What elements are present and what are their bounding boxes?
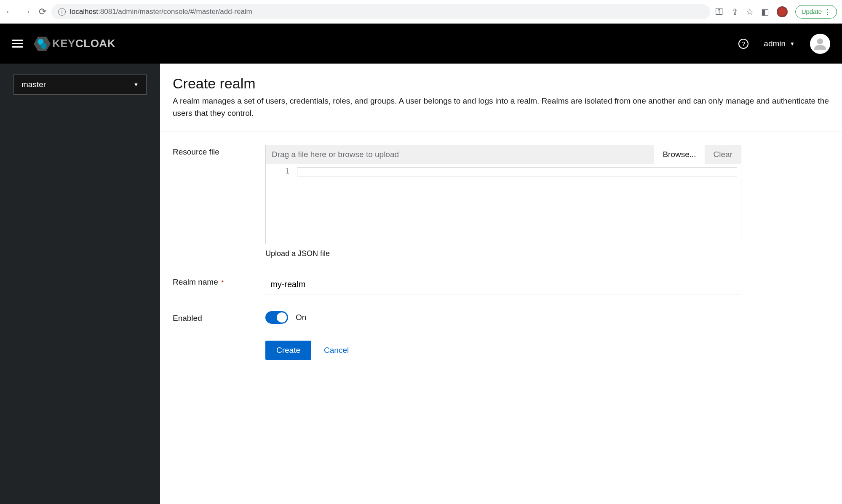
caret-down-icon: ▼ [134, 82, 139, 88]
file-hint: Upload a JSON file [265, 249, 741, 258]
forward-icon[interactable]: → [22, 6, 31, 17]
realm-selected-label: master [21, 80, 46, 89]
resource-file-label: Resource file [173, 147, 219, 156]
editor-gutter: 1 [266, 164, 297, 244]
enabled-label: Enabled [173, 314, 202, 323]
username: admin [764, 39, 786, 48]
url-host: localhost [70, 8, 98, 16]
browser-profile-icon[interactable] [777, 6, 788, 17]
realm-selector[interactable]: master ▼ [13, 75, 147, 95]
keycloak-logo[interactable]: KEYCLOAK [34, 37, 115, 51]
site-info-icon[interactable]: i [58, 8, 66, 16]
back-icon[interactable]: ← [5, 6, 14, 17]
realm-name-label: Realm name [173, 277, 218, 286]
line-number: 1 [266, 168, 289, 175]
app-header: KEYCLOAK ? admin ▼ [0, 24, 842, 64]
browser-chrome: ← → ⟳ i localhost:8081/admin/master/cons… [0, 0, 842, 24]
page-description: A realm manages a set of users, credenti… [173, 95, 829, 119]
svg-point-3 [817, 38, 823, 44]
more-icon: ⋮ [824, 8, 831, 16]
clear-button[interactable]: Clear [705, 145, 741, 164]
file-drop-zone[interactable]: Drag a file here or browse to upload [266, 145, 654, 164]
key-icon[interactable]: ⚿ [715, 7, 724, 16]
main-content: Create realm A realm manages a set of us… [160, 64, 842, 504]
browser-update-button[interactable]: Update ⋮ [795, 5, 837, 19]
sidebar: master ▼ [0, 64, 160, 504]
update-label: Update [802, 8, 822, 15]
panel-icon[interactable]: ◧ [761, 7, 769, 17]
reload-icon[interactable]: ⟳ [39, 6, 46, 17]
required-indicator: * [222, 279, 224, 286]
user-menu[interactable]: admin ▼ [764, 39, 795, 48]
share-icon[interactable]: ⇪ [731, 7, 738, 17]
url-path: :8081/admin/master/console/#/master/add-… [98, 8, 252, 16]
realm-name-input[interactable] [265, 275, 741, 294]
caret-down-icon: ▼ [790, 41, 795, 47]
logo-text-a: KEY [52, 37, 75, 50]
enabled-toggle[interactable] [265, 311, 288, 324]
create-button[interactable]: Create [265, 341, 311, 360]
cancel-button[interactable]: Cancel [324, 346, 349, 355]
toggle-knob [277, 312, 287, 323]
browse-button[interactable]: Browse... [654, 145, 704, 164]
enabled-state-label: On [296, 313, 306, 322]
keycloak-logo-icon [34, 37, 51, 51]
avatar[interactable] [810, 34, 830, 54]
help-icon[interactable]: ? [738, 39, 748, 49]
bookmark-icon[interactable]: ☆ [746, 7, 754, 17]
menu-toggle-icon[interactable] [12, 40, 23, 48]
page-title: Create realm [173, 75, 829, 92]
logo-text-b: CLOAK [75, 37, 115, 50]
url-bar[interactable]: i localhost:8081/admin/master/console/#/… [51, 4, 710, 19]
code-editor[interactable]: 1 [265, 164, 741, 244]
